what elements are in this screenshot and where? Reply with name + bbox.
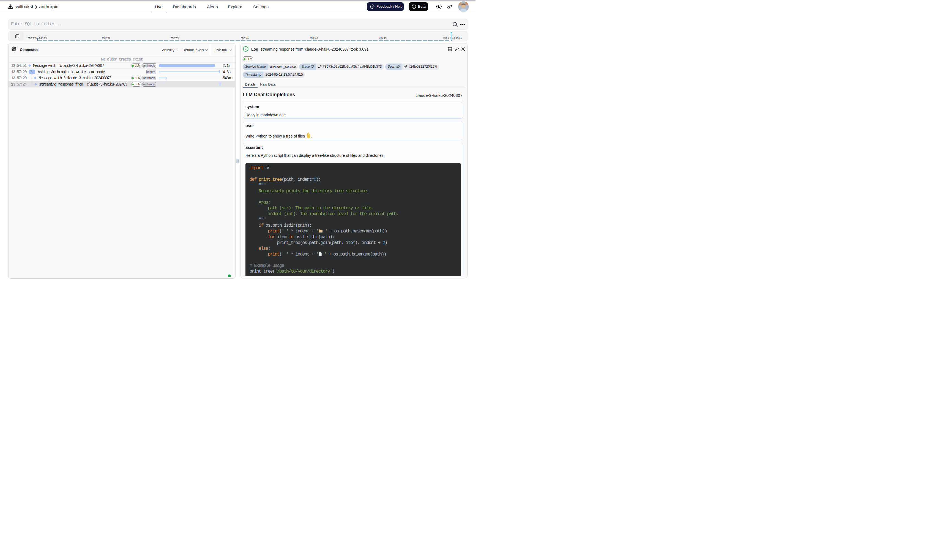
svg-text:?: ? xyxy=(371,5,373,8)
